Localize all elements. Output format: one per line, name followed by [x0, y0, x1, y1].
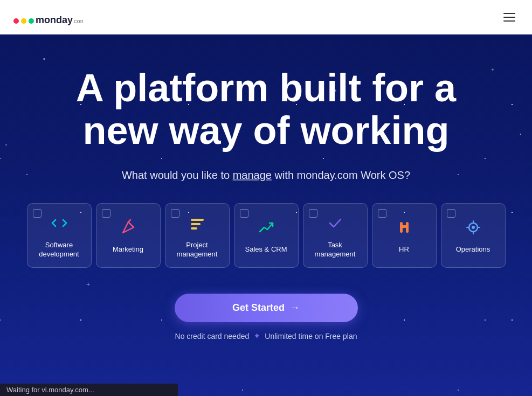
logo[interactable]: monday .com [13, 8, 83, 26]
svg-text:monday: monday [36, 15, 73, 25]
hamburger-line [503, 13, 515, 14]
sparkle-decoration: + [86, 281, 90, 288]
svg-rect-12 [406, 222, 409, 233]
get-started-label: Get Started [232, 302, 285, 314]
task-icon [326, 213, 345, 235]
card-checkbox[interactable] [171, 209, 179, 218]
hr-icon [395, 218, 414, 240]
card-checkbox[interactable] [309, 209, 317, 218]
card-label: Software development [32, 241, 87, 259]
cta-divider-icon: ✦ [253, 331, 260, 341]
hamburger-line [503, 20, 515, 22]
card-label: Project management [170, 241, 225, 259]
card-software-development[interactable]: Software development [27, 203, 92, 268]
card-label: Task management [308, 241, 363, 259]
card-hr[interactable]: HR [372, 203, 437, 268]
card-label: Sales & CRM [245, 245, 287, 254]
hero-subtitle: What would you like to manage with monda… [122, 169, 410, 182]
card-label: Operations [456, 245, 490, 254]
sparkle-decoration: + [491, 67, 494, 73]
hero-title: A platform built for a new way of workin… [76, 67, 456, 152]
card-marketing[interactable]: Marketing [96, 203, 161, 268]
card-checkbox[interactable] [102, 209, 110, 218]
status-text: Waiting for vi.monday.com... [6, 386, 94, 394]
svg-point-1 [21, 18, 26, 24]
navbar: monday .com [0, 0, 532, 34]
svg-rect-9 [191, 227, 197, 230]
svg-rect-8 [191, 223, 201, 225]
operations-icon [464, 218, 483, 240]
svg-line-6 [128, 220, 130, 222]
hamburger-line [503, 17, 515, 18]
svg-marker-5 [123, 222, 134, 233]
card-project-management[interactable]: Project management [165, 203, 230, 268]
cta-section: Get Started → No credit card needed ✦ Un… [175, 294, 358, 341]
svg-rect-7 [191, 219, 204, 221]
sales-icon [257, 218, 276, 240]
get-started-button[interactable]: Get Started → [175, 294, 358, 322]
sparkle-decoration: • [5, 142, 7, 147]
code-icon [50, 213, 69, 235]
card-checkbox[interactable] [447, 209, 455, 218]
monday-logo-icon: monday .com [13, 8, 83, 26]
no-credit-card-text: No credit card needed [175, 332, 250, 341]
svg-point-2 [29, 18, 34, 24]
svg-text:.com: .com [72, 18, 83, 24]
card-task-management[interactable]: Task management [303, 203, 368, 268]
sparkle-decoration: • [43, 56, 45, 62]
svg-point-14 [472, 226, 475, 229]
category-cards-row: Software development Marketing Pr [27, 203, 506, 268]
hero-section: • + + • • + + + A platform built for a n… [0, 34, 532, 396]
sparkle-decoration: • [520, 131, 521, 136]
card-label: Marketing [113, 245, 143, 254]
svg-point-0 [13, 18, 19, 24]
card-operations[interactable]: Operations [441, 203, 506, 268]
card-checkbox[interactable] [240, 209, 248, 218]
card-checkbox[interactable] [33, 209, 42, 218]
unlimited-time-text: Unlimited time on Free plan [265, 332, 357, 341]
card-checkbox[interactable] [378, 209, 386, 218]
card-label: HR [399, 245, 409, 254]
hamburger-menu-button[interactable] [500, 8, 519, 27]
arrow-icon: → [290, 302, 300, 314]
project-icon [188, 213, 207, 235]
subtitle-underline-word: manage [233, 169, 272, 181]
marketing-icon [119, 218, 138, 240]
browser-status-bar: Waiting for vi.monday.com... [0, 384, 178, 396]
cta-note: No credit card needed ✦ Unlimited time o… [175, 331, 357, 341]
card-sales-crm[interactable]: Sales & CRM [234, 203, 299, 268]
